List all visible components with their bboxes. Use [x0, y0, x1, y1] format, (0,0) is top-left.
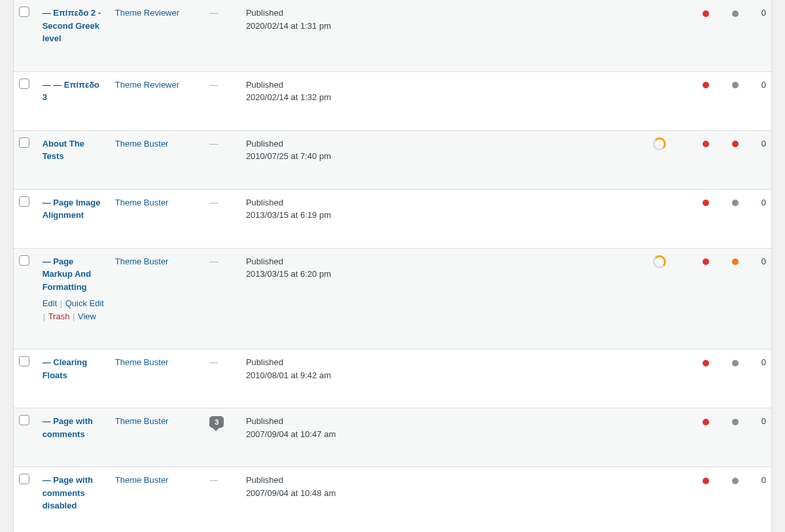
table-row: — Clearing Floats Theme Buster — Publish… [14, 349, 772, 408]
page-title-link[interactable]: — Clearing Floats [43, 356, 105, 381]
seo-dot-icon [703, 360, 709, 366]
readability-dot-icon [732, 478, 739, 484]
date-status: Published [246, 356, 643, 369]
page-title-link[interactable]: — Page with comments [43, 415, 105, 440]
date-line: 2013/03/15 at 6:20 pm [246, 268, 643, 281]
row-select-checkbox[interactable] [19, 356, 29, 366]
page-title-link[interactable]: — Page with comments disabled [43, 474, 105, 512]
author-link[interactable]: Theme Buster [115, 198, 169, 207]
author-link[interactable]: Theme Reviewer [115, 80, 179, 90]
comments-dash: — [209, 198, 218, 207]
comments-dash: — [209, 8, 218, 18]
author-link[interactable]: Theme Buster [115, 257, 169, 266]
comments-dash: — [209, 139, 218, 149]
table-row: — Page Markup And Formatting Edit | Quic… [14, 248, 772, 349]
comment-count-bubble[interactable]: 3 [209, 416, 224, 428]
date-line: 2010/08/01 at 9:42 am [246, 369, 643, 382]
date-line: 2020/02/14 at 1:32 pm [246, 91, 643, 104]
page-title-link[interactable]: — Page Markup And Formatting [43, 255, 105, 294]
date-line: 2010/07/25 at 7:40 pm [246, 150, 643, 163]
table-row: — Page with comments disabled Theme Bust… [14, 467, 772, 533]
date-status: Published [246, 415, 643, 428]
author-link[interactable]: Theme Buster [115, 416, 169, 426]
links-count: 0 [761, 257, 766, 266]
row-select-checkbox[interactable] [19, 196, 29, 207]
date-status: Published [246, 7, 643, 20]
view-link[interactable]: View [78, 311, 96, 321]
page-title-link[interactable]: — Επίπεδο 2 - Second Greek level [43, 7, 105, 45]
readability-dot-icon [732, 82, 739, 88]
date-status: Published [246, 79, 643, 92]
table-row: About The Tests Theme Buster — Published… [14, 130, 772, 189]
seo-dot-icon [703, 478, 709, 484]
date-line: 2007/09/04 at 10:47 am [246, 428, 643, 441]
seo-dot-icon [703, 419, 709, 425]
row-select-checkbox[interactable] [19, 7, 29, 17]
quick-edit-link[interactable]: Quick Edit [65, 298, 104, 308]
table-row: — Επίπεδο 2 - Second Greek level Theme R… [14, 0, 772, 71]
edit-link[interactable]: Edit [43, 298, 57, 308]
page-title-link[interactable]: About The Tests [43, 137, 105, 163]
comments-dash: — [209, 475, 218, 485]
date-status: Published [246, 196, 643, 209]
links-count: 0 [761, 357, 766, 367]
readability-dot-icon [732, 360, 739, 366]
author-link[interactable]: Theme Buster [115, 139, 169, 149]
author-link[interactable]: Theme Buster [115, 357, 169, 367]
page-title-link[interactable]: — Page Image Alignment [43, 196, 105, 222]
table-row: — Page with comments Theme Buster 3 Publ… [14, 408, 772, 467]
links-count: 0 [761, 139, 766, 149]
author-link[interactable]: Theme Buster [115, 475, 169, 485]
seo-dot-icon [703, 82, 709, 88]
trash-link[interactable]: Trash [48, 311, 70, 321]
comments-dash: — [209, 357, 218, 367]
analysis-ring-icon [653, 137, 666, 151]
page-title-link[interactable]: — — Επίπεδο 3 [43, 79, 105, 104]
row-actions: Edit | Quick Edit | Trash | View [43, 297, 105, 323]
row-select-checkbox[interactable] [19, 137, 29, 148]
readability-dot-icon [732, 10, 739, 17]
links-count: 0 [761, 475, 766, 485]
author-link[interactable]: Theme Reviewer [115, 8, 179, 18]
readability-dot-icon [732, 258, 739, 265]
seo-dot-icon [703, 200, 709, 206]
table-row: — Page Image Alignment Theme Buster — Pu… [14, 189, 772, 248]
seo-dot-icon [703, 141, 709, 147]
date-status: Published [246, 255, 643, 268]
readability-dot-icon [732, 200, 739, 206]
readability-dot-icon [732, 141, 739, 147]
row-select-checkbox[interactable] [19, 79, 29, 89]
row-select-checkbox[interactable] [19, 474, 29, 484]
date-line: 2020/02/14 at 1:31 pm [246, 20, 643, 33]
date-status: Published [246, 137, 643, 151]
date-line: 2007/09/04 at 10:48 am [246, 487, 643, 500]
comments-dash: — [209, 257, 218, 266]
seo-dot-icon [703, 10, 709, 17]
seo-dot-icon [703, 258, 709, 265]
links-count: 0 [761, 8, 766, 18]
links-count: 0 [761, 416, 766, 426]
analysis-ring-icon [653, 255, 666, 268]
row-select-checkbox[interactable] [19, 415, 29, 425]
table-row: — — Επίπεδο 3 Theme Reviewer — Published… [14, 71, 772, 130]
links-count: 0 [761, 80, 766, 90]
row-select-checkbox[interactable] [19, 255, 29, 266]
pages-table: — Επίπεδο 2 - Second Greek level Theme R… [13, 0, 772, 532]
comments-dash: — [209, 80, 218, 90]
links-count: 0 [761, 198, 766, 207]
date-status: Published [246, 474, 643, 487]
date-line: 2013/03/15 at 6:19 pm [246, 209, 643, 222]
readability-dot-icon [732, 419, 739, 425]
